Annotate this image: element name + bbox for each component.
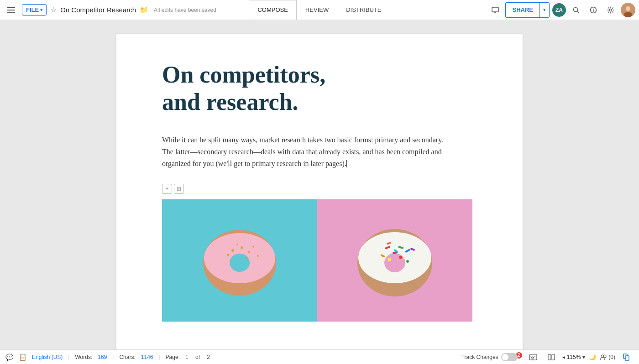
- svg-point-18: [257, 255, 259, 257]
- topbar-center-tabs: COMPOSE REVIEW DISTRIBUTE: [249, 0, 390, 20]
- svg-point-21: [384, 253, 405, 272]
- svg-point-3: [610, 9, 612, 11]
- file-label: FILE: [26, 6, 39, 13]
- collab-button[interactable]: (0): [600, 354, 615, 360]
- bottombar-right: Track Changes 2 ◂ 115% ▾ 🌙 (0): [461, 350, 634, 364]
- hamburger-menu[interactable]: [4, 3, 18, 17]
- svg-rect-40: [548, 354, 551, 360]
- present-icon[interactable]: [488, 3, 503, 17]
- bottombar-left: 💬 📋 English (US) | Words: 169 | Chars: 1…: [5, 354, 455, 361]
- track-changes-label: Track Changes: [461, 354, 498, 360]
- page-label: Page:: [166, 354, 180, 360]
- settings-button[interactable]: [603, 3, 618, 17]
- track-changes-area: Track Changes 2: [461, 353, 522, 361]
- chars-count[interactable]: 1146: [141, 354, 153, 360]
- info-button[interactable]: [586, 3, 601, 17]
- words-count[interactable]: 169: [98, 354, 107, 360]
- tab-distribute[interactable]: DISTRIBUTE: [337, 0, 390, 20]
- tab-compose[interactable]: COMPOSE: [249, 0, 296, 20]
- topbar-left: FILE ▾ ☆ On Competitor Research 📁 All ed…: [4, 3, 246, 17]
- svg-rect-37: [531, 357, 532, 358]
- columns-icon[interactable]: [544, 350, 559, 364]
- collab-count: (0): [608, 354, 615, 360]
- share-button[interactable]: SHARE: [506, 3, 539, 17]
- language-selector[interactable]: English (US): [32, 354, 63, 360]
- document-heading: On competitors,and research.: [162, 61, 486, 116]
- svg-point-11: [241, 246, 243, 249]
- svg-point-16: [246, 257, 248, 259]
- share-chevron-button[interactable]: ▾: [539, 3, 549, 17]
- donut-image-right: [317, 199, 472, 322]
- svg-rect-0: [492, 7, 498, 12]
- svg-rect-41: [552, 354, 555, 360]
- page-view-icon[interactable]: [619, 350, 634, 364]
- checklist-icon[interactable]: 📋: [19, 354, 26, 361]
- svg-point-28: [388, 258, 391, 261]
- user-badge[interactable]: ZA: [552, 3, 566, 17]
- track-changes-toggle[interactable]: [501, 353, 518, 361]
- svg-rect-45: [625, 356, 629, 360]
- zoom-chevron-down[interactable]: ▾: [582, 354, 585, 360]
- chevron-down-icon: ▾: [40, 7, 42, 12]
- add-block-toolbar: + ⊞: [162, 184, 486, 194]
- page-current[interactable]: 1: [185, 354, 189, 360]
- document-title: On Competitor Research: [60, 6, 136, 14]
- main-area: On competitors,and research. While it ca…: [0, 20, 639, 349]
- donut-image-grid: [162, 199, 472, 322]
- zoom-chevron-left[interactable]: ◂: [562, 354, 565, 360]
- add-block-plus-icon[interactable]: +: [162, 184, 172, 194]
- svg-point-6: [624, 12, 632, 17]
- search-button[interactable]: [569, 3, 583, 17]
- bottombar: 💬 📋 English (US) | Words: 169 | Chars: 1…: [0, 349, 639, 364]
- svg-point-5: [626, 6, 630, 11]
- save-status: All edits have been saved: [154, 7, 216, 13]
- avatar[interactable]: [621, 3, 635, 17]
- tab-review[interactable]: REVIEW: [297, 0, 337, 20]
- document: On competitors,and research. While it ca…: [116, 34, 523, 349]
- folder-icon[interactable]: 📁: [140, 6, 148, 14]
- zoom-control[interactable]: ◂ 115% ▾: [562, 354, 586, 360]
- keyboard-icon[interactable]: [526, 350, 540, 364]
- svg-rect-38: [533, 357, 534, 358]
- svg-point-9: [230, 254, 250, 272]
- favorite-icon[interactable]: ☆: [50, 5, 57, 14]
- document-body[interactable]: While it can be split many ways, market …: [162, 134, 454, 170]
- page-total: 2: [207, 354, 210, 360]
- svg-point-17: [230, 260, 231, 261]
- svg-point-14: [252, 246, 254, 248]
- donut-image-left: [162, 199, 317, 322]
- add-block-grid-icon[interactable]: ⊞: [174, 184, 184, 194]
- chars-label: Chars:: [119, 354, 135, 360]
- svg-rect-34: [530, 356, 531, 357]
- svg-point-12: [248, 251, 250, 253]
- svg-rect-39: [531, 359, 534, 359]
- comment-icon[interactable]: 💬: [5, 354, 13, 361]
- topbar-right: SHARE ▾ ZA: [393, 2, 635, 18]
- svg-rect-36: [534, 356, 535, 357]
- svg-point-29: [399, 255, 403, 259]
- svg-point-15: [236, 244, 238, 245]
- zoom-value: 115%: [567, 354, 581, 360]
- topbar: FILE ▾ ☆ On Competitor Research 📁 All ed…: [0, 0, 639, 20]
- svg-point-10: [231, 249, 234, 252]
- words-label: Words:: [75, 354, 92, 360]
- svg-rect-35: [532, 356, 533, 357]
- night-mode-icon[interactable]: 🌙: [589, 354, 596, 360]
- svg-point-13: [227, 254, 230, 256]
- svg-point-30: [406, 260, 409, 263]
- file-menu-button[interactable]: FILE ▾: [22, 4, 47, 16]
- share-button-group: SHARE ▾: [505, 2, 550, 18]
